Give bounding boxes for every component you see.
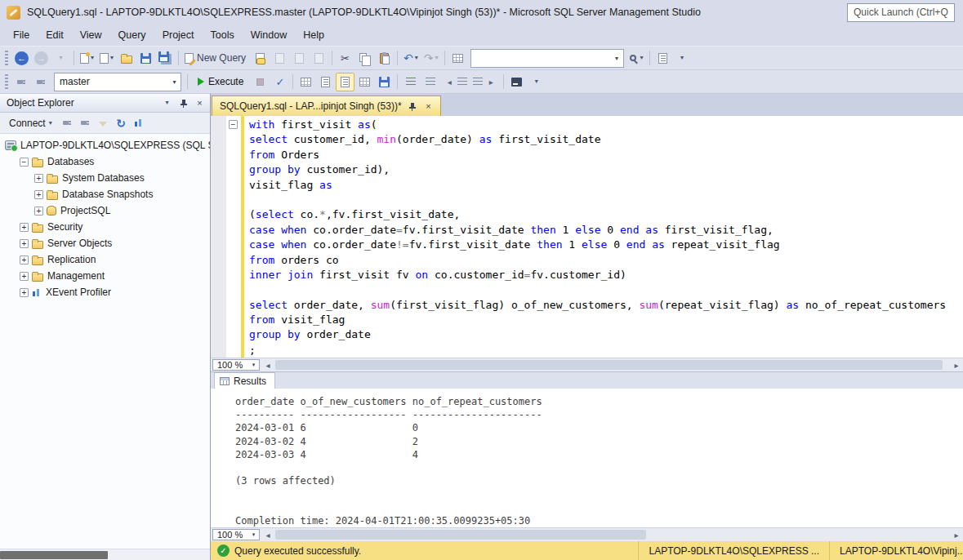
code-line[interactable]: inner join first_visit fv on co.customer… [249, 268, 963, 282]
xevent-profiler-button[interactable] [131, 114, 148, 131]
code-line[interactable] [249, 282, 963, 297]
tree-item-projectsql[interactable]: +ProjectSQL [0, 202, 210, 219]
expand-icon[interactable]: + [34, 190, 43, 199]
code-line[interactable]: ; [249, 343, 963, 358]
tree-item-xevent-profiler[interactable]: +XEvent Profiler [0, 284, 210, 300]
expand-icon[interactable]: + [20, 288, 29, 297]
menu-view[interactable]: View [72, 24, 110, 46]
results-to-file-button[interactable] [375, 73, 394, 91]
sql-editor[interactable]: − with first_visit as(select customer_id… [211, 116, 963, 358]
editor-hscrollbar[interactable] [275, 360, 949, 370]
combo-dropdown-icon[interactable]: ▾ [611, 50, 623, 67]
toolbar-grip[interactable] [5, 51, 8, 65]
new-file-button[interactable]: ▾ [78, 49, 96, 68]
toolbar-options-button[interactable]: ▾ [673, 49, 692, 68]
scroll-right-button[interactable]: ▸ [950, 358, 963, 371]
uncomment-button[interactable] [421, 73, 439, 91]
tree-item-security[interactable]: +Security [0, 219, 210, 235]
results-to-grid-button[interactable] [355, 73, 374, 91]
tree-item-laptop-9dlktl4o-sqlexpress-sql-se[interactable]: LAPTOP-9DLKTL4O\SQLEXPRESS (SQL Se [0, 137, 210, 153]
code-line[interactable]: group by order_date [249, 327, 963, 342]
code-line[interactable]: group by customer_id), [249, 162, 963, 177]
display-estimated-plan-button[interactable] [296, 73, 315, 91]
results-tab[interactable]: Results [214, 372, 275, 389]
code-line[interactable]: from visit_flag [249, 313, 963, 327]
scroll-left-button[interactable]: ◂ [261, 528, 274, 541]
available-databases-combobox[interactable]: master ▾ [54, 73, 181, 91]
combo-dropdown-icon[interactable]: ▾ [168, 73, 181, 91]
object-explorer-hscrollbar[interactable] [0, 549, 210, 560]
hscrollbar-thumb[interactable] [0, 551, 108, 559]
navigation-history-button[interactable]: ▾ [51, 49, 70, 68]
menu-tools[interactable]: Tools [203, 24, 243, 46]
decrease-indent-button[interactable]: ◂ [440, 73, 470, 91]
menu-window[interactable]: Window [243, 24, 295, 46]
tree-item-database-snapshots[interactable]: +Database Snapshots [0, 186, 210, 202]
tree-item-server-objects[interactable]: +Server Objects [0, 235, 210, 251]
parse-button[interactable]: ✓ [270, 73, 289, 91]
cut-button[interactable]: ✂ [336, 49, 354, 68]
tab-close-button[interactable]: × [423, 100, 435, 112]
code-line[interactable]: case when co.order_date=fv.first_visit_d… [249, 223, 963, 238]
expand-icon[interactable]: + [34, 207, 43, 216]
hscrollbar-thumb[interactable] [275, 360, 943, 370]
close-panel-button[interactable]: × [193, 96, 207, 110]
new-query-button[interactable]: New Query [182, 49, 250, 68]
quick-launch-input[interactable] [847, 3, 955, 22]
connect-button[interactable] [12, 73, 31, 91]
collapse-icon[interactable]: − [20, 158, 29, 167]
collapse-region-icon[interactable]: − [229, 120, 238, 129]
filter-button[interactable] [95, 114, 112, 131]
execute-button[interactable]: Execute [191, 73, 250, 91]
scroll-left-button[interactable]: ◂ [261, 358, 274, 371]
results-hscrollbar[interactable] [275, 530, 949, 540]
menu-file[interactable]: File [5, 24, 38, 46]
auto-hide-button[interactable] [176, 96, 190, 110]
stop-service-button[interactable] [77, 114, 94, 131]
xmla-query-button[interactable] [310, 49, 328, 68]
scroll-right-button[interactable]: ▸ [950, 528, 963, 541]
toolbar2-options-button[interactable]: ▾ [527, 73, 546, 91]
paste-button[interactable] [375, 49, 394, 68]
toolbar-grip[interactable] [5, 74, 8, 89]
code-line[interactable] [249, 193, 963, 207]
code-line[interactable]: with first_visit as( [249, 118, 963, 132]
cancel-query-button[interactable] [251, 73, 270, 91]
menu-edit[interactable]: Edit [38, 24, 72, 46]
results-zoom-control[interactable]: 100 % ▾ [212, 529, 260, 540]
expand-icon[interactable]: + [20, 256, 29, 264]
window-position-button[interactable]: ▾ [160, 96, 174, 110]
copy-button[interactable] [355, 49, 374, 68]
menu-help[interactable]: Help [295, 24, 332, 46]
save-button[interactable] [136, 49, 155, 68]
navigate-forward-button[interactable]: → [32, 49, 51, 68]
code-line[interactable]: (select co.*,fv.first_visit_date, [249, 207, 963, 222]
expand-icon[interactable]: + [20, 223, 29, 232]
tree-item-system-databases[interactable]: +System Databases [0, 170, 210, 186]
editor-zoom-control[interactable]: 100 % ▾ [212, 359, 260, 371]
tree-item-management[interactable]: +Management [0, 268, 210, 284]
comment-button[interactable] [401, 73, 420, 91]
redo-button[interactable]: ↷▾ [421, 49, 441, 68]
sqlcmd-mode-button[interactable] [507, 73, 526, 91]
mdx-query-button[interactable] [270, 49, 289, 68]
find-combobox[interactable]: ▾ [470, 49, 624, 68]
disconnect-button[interactable] [59, 114, 76, 131]
change-connection-button[interactable] [32, 73, 51, 91]
code-line[interactable]: select customer_id, min(order_date) as f… [249, 132, 963, 147]
code-line[interactable]: from Orders [249, 148, 963, 162]
code-line[interactable]: case when co.order_date!=fv.first_visit_… [249, 238, 963, 252]
results-pane[interactable]: order_date o_of_new_customers no_of_repe… [211, 389, 963, 527]
dmx-query-button[interactable] [290, 49, 309, 68]
code-area[interactable]: with first_visit as(select customer_id, … [246, 116, 963, 358]
code-line[interactable]: select order_date, sum(first_visit_flag)… [249, 298, 963, 313]
menu-project[interactable]: Project [154, 24, 203, 46]
find-options-button[interactable]: ▾ [627, 49, 646, 68]
expand-icon[interactable]: + [20, 272, 29, 281]
refresh-button[interactable]: ↻ [113, 114, 130, 131]
add-item-button[interactable]: ▾ [97, 49, 116, 68]
tree-item-replication[interactable]: +Replication [0, 251, 210, 268]
hscrollbar-thumb[interactable] [275, 530, 646, 540]
properties-window-button[interactable] [653, 49, 672, 68]
undo-button[interactable]: ↶▾ [401, 49, 421, 68]
